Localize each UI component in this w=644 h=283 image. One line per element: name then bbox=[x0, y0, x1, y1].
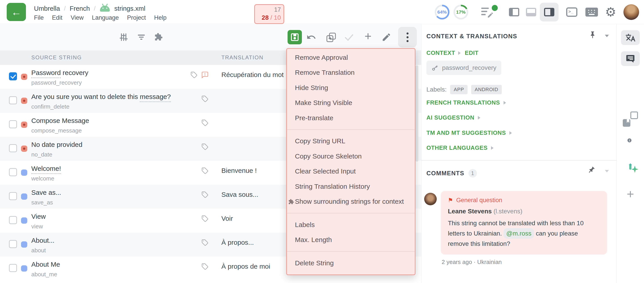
section-label: OTHER LANGUAGES bbox=[426, 144, 488, 151]
tag-icon[interactable] bbox=[202, 191, 208, 198]
row-checkbox[interactable] bbox=[9, 144, 17, 152]
translation-status-dot bbox=[21, 74, 27, 80]
position-count: 28 / 10 bbox=[262, 14, 281, 23]
source-text: No date provided bbox=[31, 141, 82, 148]
comment-issue-icon[interactable] bbox=[202, 71, 208, 78]
tab-context[interactable]: CONTEXT bbox=[426, 50, 455, 56]
tag-icon[interactable] bbox=[202, 263, 208, 270]
string-key: about_me bbox=[31, 271, 60, 278]
menu-help[interactable]: Help bbox=[154, 14, 166, 21]
breadcrumb: Umbrella / French / strings.xml bbox=[34, 5, 145, 12]
row-checkbox[interactable] bbox=[9, 264, 17, 272]
comment-author-name[interactable]: Leane Stevens bbox=[448, 208, 492, 215]
row-checkbox[interactable] bbox=[9, 72, 17, 80]
menu-language[interactable]: Language bbox=[92, 14, 119, 21]
puzzle-icon bbox=[288, 199, 294, 205]
top-right-controls: 64% 17% >_ ⚙ bbox=[435, 0, 639, 24]
menu-item-hide-string[interactable]: Hide String bbox=[287, 80, 415, 95]
menu-item-remove-translation[interactable]: Remove Translation bbox=[287, 65, 415, 80]
tag-icon[interactable] bbox=[202, 215, 208, 222]
editor-mode-icon[interactable] bbox=[481, 5, 498, 20]
terminal-icon[interactable]: >_ bbox=[566, 8, 577, 17]
undo-icon[interactable] bbox=[306, 32, 316, 42]
edit-pencil-icon[interactable] bbox=[382, 32, 391, 42]
comment-author-avatar[interactable] bbox=[424, 193, 437, 205]
row-checkbox[interactable] bbox=[9, 240, 17, 248]
advanced-filter-tune-icon[interactable] bbox=[119, 33, 128, 42]
left-panel-layout-icon[interactable] bbox=[509, 8, 519, 16]
menu-item-clear-selected-input[interactable]: Clear Selected Input bbox=[287, 164, 415, 179]
list-scrollbar[interactable] bbox=[416, 65, 418, 162]
string-key-chip[interactable]: password_recovery bbox=[426, 61, 501, 75]
rail-comments-panel[interactable] bbox=[621, 51, 640, 66]
row-checkbox[interactable] bbox=[9, 96, 17, 104]
row-checkbox[interactable] bbox=[9, 168, 17, 176]
label-chip[interactable]: APP bbox=[450, 85, 468, 94]
menu-item-copy-source-skeleton[interactable]: Copy Source Skeleton bbox=[287, 149, 415, 164]
section-tm-mt-suggestions[interactable]: TM AND MT SUGGESTIONS bbox=[426, 129, 512, 136]
right-panel-layout-button[interactable] bbox=[540, 3, 558, 22]
breadcrumb-project[interactable]: Umbrella bbox=[34, 5, 60, 12]
add-string-plus-icon[interactable]: + bbox=[364, 29, 372, 43]
row-checkbox[interactable] bbox=[9, 216, 17, 224]
row-checkbox[interactable] bbox=[9, 192, 17, 200]
panel-rail: i + bbox=[616, 24, 644, 283]
back-button[interactable]: ← bbox=[7, 3, 26, 21]
approved-progress-ring[interactable]: 17% bbox=[454, 5, 468, 20]
section-french-translations[interactable]: FRENCH TRANSLATIONS bbox=[426, 99, 506, 106]
add-panel-plus-icon[interactable]: + bbox=[627, 188, 634, 200]
comment-author-row: Leane Stevens (l.stevens) bbox=[448, 208, 600, 215]
plugins-puzzle-icon[interactable] bbox=[154, 33, 163, 41]
breadcrumb-language[interactable]: French bbox=[70, 5, 90, 12]
menu-item-show-surrounding-strings[interactable]: Show surrounding strings for context bbox=[287, 194, 415, 209]
menu-file[interactable]: File bbox=[34, 14, 44, 21]
section-other-languages[interactable]: OTHER LANGUAGES bbox=[426, 144, 494, 151]
chevron-down-icon[interactable] bbox=[605, 170, 609, 172]
tag-icon[interactable] bbox=[202, 119, 208, 126]
tag-icon[interactable] bbox=[190, 71, 198, 78]
mention-chip[interactable]: @m.ross bbox=[504, 228, 534, 239]
section-ai-suggestion[interactable]: AI SUGGESTION bbox=[426, 114, 480, 121]
rail-translate-panel[interactable] bbox=[621, 30, 640, 45]
translated-progress-ring[interactable]: 64% bbox=[435, 5, 450, 20]
tag-icon[interactable] bbox=[202, 167, 208, 174]
menu-item-pre-translate[interactable]: Pre-translate bbox=[287, 110, 415, 126]
filter-icon[interactable] bbox=[137, 33, 146, 42]
menu-item-string-translation-history[interactable]: String Translation History bbox=[287, 179, 415, 194]
settings-gear-icon[interactable]: ⚙ bbox=[605, 6, 616, 18]
menu-item-label: Pre-translate bbox=[295, 114, 334, 122]
tag-icon[interactable] bbox=[202, 239, 208, 246]
menu-edit[interactable]: Edit bbox=[52, 14, 62, 21]
save-button[interactable] bbox=[288, 30, 302, 44]
source-text: About Me bbox=[31, 261, 60, 268]
tag-icon[interactable] bbox=[202, 143, 208, 150]
chevron-down-icon[interactable] bbox=[605, 35, 609, 37]
keyboard-shortcuts-icon[interactable] bbox=[586, 8, 598, 17]
bottom-panel-layout-icon[interactable] bbox=[526, 8, 536, 16]
string-context-menu: Remove Approval Remove Translation Hide … bbox=[286, 48, 416, 275]
key-icon bbox=[431, 64, 438, 71]
unpin-icon[interactable] bbox=[586, 165, 596, 176]
copy-source-icon[interactable] bbox=[326, 32, 336, 43]
translation-status-dot bbox=[21, 217, 27, 224]
menu-item-remove-approval[interactable]: Remove Approval bbox=[287, 50, 415, 65]
row-checkbox[interactable] bbox=[9, 120, 17, 128]
menu-view[interactable]: View bbox=[71, 14, 84, 21]
tag-icon[interactable] bbox=[202, 95, 208, 102]
menu-item-max-length[interactable]: Max. Length bbox=[287, 232, 415, 248]
more-actions-button[interactable] bbox=[398, 27, 417, 48]
breadcrumb-file[interactable]: strings.xml bbox=[114, 5, 145, 12]
label-chip[interactable]: ANDROID bbox=[471, 85, 502, 94]
tab-edit[interactable]: EDIT bbox=[465, 50, 478, 56]
source-string-cell: View view bbox=[31, 213, 46, 230]
menu-item-label: Max. Length bbox=[295, 236, 332, 244]
menu-item-delete-string[interactable]: Delete String bbox=[287, 255, 415, 271]
menu-item-make-string-visible[interactable]: Make String Visible bbox=[287, 95, 415, 111]
user-avatar[interactable] bbox=[624, 4, 639, 20]
rail-ai-panel[interactable] bbox=[629, 165, 632, 169]
pencil-icon bbox=[487, 12, 494, 18]
menu-project[interactable]: Project bbox=[127, 14, 146, 21]
pin-icon[interactable] bbox=[589, 31, 596, 39]
menu-item-copy-string-url[interactable]: Copy String URL bbox=[287, 134, 415, 149]
menu-item-labels[interactable]: Labels bbox=[287, 217, 415, 232]
